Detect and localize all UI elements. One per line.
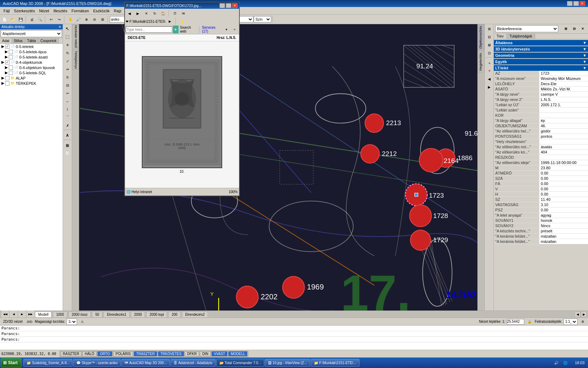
tray-vol[interactable]: 🔊 xyxy=(552,359,560,367)
tree-item-5[interactable]: ▶ 📄 0-4-objektum tipusok xyxy=(0,65,63,70)
minimize-button[interactable]: _ xyxy=(567,1,573,6)
tb-save[interactable]: 💾 xyxy=(17,15,24,23)
tool-copy[interactable]: ⎘ xyxy=(64,73,71,81)
browser-back[interactable]: ◀ xyxy=(126,9,133,17)
rs-tool-8[interactable]: ▶ xyxy=(485,83,493,91)
tb-pan[interactable]: ✋ xyxy=(66,15,74,23)
tab-1000[interactable]: 1000 xyxy=(53,312,67,317)
tab-nav-right2[interactable]: ▶▶ xyxy=(27,311,34,318)
menu-rajz[interactable]: Rajz xyxy=(112,8,124,14)
tool-trim[interactable]: ✂ xyxy=(64,89,71,97)
taskbar-item-skype[interactable]: 💬 Skype™ - szente.aniko xyxy=(73,359,121,367)
tool-select[interactable]: ↖ xyxy=(64,25,71,33)
tab-nav-left[interactable]: ◀◀ xyxy=(1,311,9,318)
tb-zoom2[interactable]: ⊕ xyxy=(83,15,90,23)
tab-2000topi[interactable]: 2000 topi xyxy=(146,312,167,317)
browser-minimize[interactable]: _ xyxy=(219,3,225,8)
tree-item-1[interactable]: ▶✓ 📄 0-5-leletek xyxy=(0,44,63,49)
tab-elrendezes2[interactable]: Elrendezés2 xyxy=(182,312,208,317)
tool-scale[interactable]: ⤢ xyxy=(64,57,71,65)
tab-csoportok[interactable]: Csoportok xyxy=(38,38,59,43)
tool-rotate[interactable]: ↻ xyxy=(64,49,71,57)
szin-dropdown[interactable]: Szín xyxy=(254,16,271,22)
tab-trev[interactable]: Trev xyxy=(494,34,507,39)
browser-forward[interactable]: ▶ xyxy=(134,9,142,17)
tool-hatch[interactable]: ▦ xyxy=(64,141,71,149)
taskbar-item-irfanview[interactable]: 🖼 10.jpg - IrfanView (Z... xyxy=(265,359,310,367)
browser-type-input[interactable] xyxy=(126,26,172,33)
tab-scroll-left[interactable]: ◀ xyxy=(575,312,580,317)
taskbar-item-autocad[interactable]: 🗺 AutoCAD Map 3D 200... xyxy=(121,359,170,367)
torzitas-select[interactable]: 1x xyxy=(66,319,77,325)
browser-refresh[interactable]: ↻ xyxy=(151,9,159,17)
tab-200[interactable]: 200 xyxy=(168,312,181,317)
tree-item-8[interactable]: ▶ 📁 TÉRKÉPEK xyxy=(0,81,63,86)
start-button[interactable]: ⊞ Start xyxy=(1,358,21,367)
tree-item-4[interactable]: ▶✓ 📄 0-4-objektumok xyxy=(0,60,63,65)
tb-preview[interactable]: 🔍 xyxy=(36,15,44,23)
toggle-halo[interactable]: HÁLÓ xyxy=(82,351,97,356)
tree-item-6[interactable]: ▶ 📄 0-5-leletek-SQL xyxy=(0,70,63,75)
tab-objektumszures[interactable]: Objektumszűrés xyxy=(478,24,484,50)
rs-tool-1[interactable]: ⊞ xyxy=(485,25,493,33)
toggle-vvast[interactable]: VVAST xyxy=(211,351,227,356)
menu-illesztes[interactable]: Illesztés xyxy=(51,8,69,14)
view-20d[interactable]: 20D xyxy=(26,318,34,326)
tab-adat[interactable]: Adat xyxy=(0,38,12,43)
toggle-polaris[interactable]: POLÁRIS xyxy=(113,351,133,356)
tab-megjelenes[interactable]: Megjelenítés xyxy=(478,51,484,73)
tool-extend[interactable]: ↔ xyxy=(64,97,71,105)
tool-fillet[interactable]: ⌒ xyxy=(64,114,71,121)
tool-offset[interactable]: ⊟ xyxy=(64,81,71,89)
tab-nav-right[interactable]: ▶ xyxy=(18,311,26,318)
tb-zoom[interactable]: 🔎 xyxy=(75,15,82,23)
close-button[interactable]: ✕ xyxy=(580,1,585,6)
tool-break[interactable]: ⌇ xyxy=(64,105,71,113)
toggle-dfkr[interactable]: DFKR xyxy=(185,351,199,356)
tree-item-3[interactable]: ▶ 📄 0-5-leletek-ásató xyxy=(0,54,63,60)
tab-nav-left2[interactable]: ◀ xyxy=(10,311,18,318)
browser-search-go[interactable]: ➤ xyxy=(173,26,178,33)
toggle-traszter[interactable]: TRASZTER xyxy=(134,351,157,356)
rs-tool-3[interactable]: ⊠ xyxy=(485,41,493,49)
tool-mirror[interactable]: ⇔ xyxy=(64,65,71,73)
tab-2000[interactable]: 2000 xyxy=(131,312,145,317)
toggle-raszter[interactable]: RASZTER xyxy=(61,351,82,356)
tab-elrendezes1[interactable]: Elrendezés1 xyxy=(104,312,130,317)
panel-close-icon[interactable]: ✕ xyxy=(58,25,61,29)
rs-tool-7[interactable]: ◀ xyxy=(485,75,493,83)
tab-munkater[interactable]: Munkater Intéző xyxy=(72,24,79,49)
tab-50[interactable]: 50 xyxy=(92,312,102,317)
taskbar-item-adatnezet[interactable]: 🗄 Adatnézet - Adatbázis xyxy=(170,359,215,367)
tb-new[interactable]: 📄 xyxy=(1,15,8,23)
menu-eszkozok[interactable]: Eszközök xyxy=(91,8,112,14)
tool-move[interactable]: ✛ xyxy=(64,41,71,49)
tree-item-7[interactable]: ▶ 📁 ALAP xyxy=(0,75,63,81)
toggle-din[interactable]: DIN xyxy=(200,351,211,356)
tray-net[interactable]: 🌐 xyxy=(561,359,569,367)
browser-close[interactable]: ✕ xyxy=(232,3,238,8)
toggle-trkovetes[interactable]: TRKÖVETÉS xyxy=(158,351,184,356)
toggle-orto[interactable]: ORTO xyxy=(97,351,112,356)
menu-nezet[interactable]: Nézet xyxy=(37,8,51,14)
rs-tool-5[interactable]: 🔺 xyxy=(485,59,493,67)
browser-history[interactable]: ⏱ xyxy=(171,9,179,17)
tb-open[interactable]: 📂 xyxy=(9,15,16,23)
browser-fav-star[interactable]: ⭐ xyxy=(178,18,186,25)
toggle-modell[interactable]: MODELL xyxy=(228,351,247,356)
map-dropdown[interactable]: Alaptélemezett xyxy=(1,30,62,37)
browser-mail[interactable]: ✉ xyxy=(180,9,187,17)
menu-szerkesztes[interactable]: Szerkesztés xyxy=(12,8,37,14)
browser-stop[interactable]: ✕ xyxy=(142,9,150,17)
tb-undo[interactable]: ↩ xyxy=(47,15,55,23)
prop-btn-2[interactable]: ⊟ xyxy=(570,25,578,33)
tree-item-2[interactable]: ▶ 📄 0-5-leletek-tipus xyxy=(0,49,63,54)
services-dropdown[interactable]: ▼ xyxy=(223,26,230,33)
tab-tabla[interactable]: Tábla xyxy=(25,38,38,43)
prop-scroll-area[interactable]: Általános ▼ 3D látványtervezés ▼ Geometr… xyxy=(494,39,588,311)
taskbar-item-explorer[interactable]: 📁 F:\Munkák\2151-ETE\... xyxy=(311,359,359,367)
rs-tool-2[interactable]: ⊟ xyxy=(485,33,493,41)
tb-print[interactable]: 🖨 xyxy=(28,15,36,23)
felirat-btn[interactable]: ⚙ xyxy=(579,318,587,326)
tab-modell[interactable]: Modell xyxy=(35,312,51,317)
